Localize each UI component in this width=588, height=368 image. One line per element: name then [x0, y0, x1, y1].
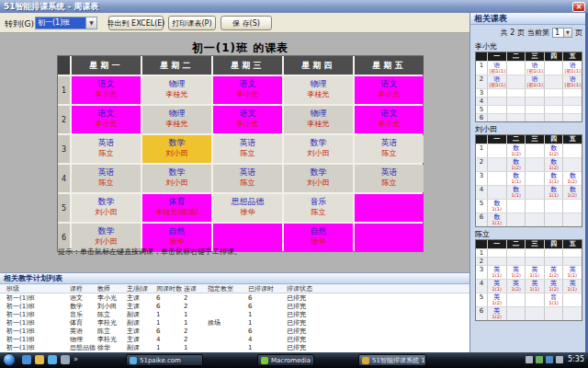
- timetable-cell[interactable]: 数学刘小田: [282, 165, 353, 192]
- plan-column-header: 已排课时: [246, 284, 285, 293]
- quick-launch-icon[interactable]: [48, 355, 57, 364]
- cell-teacher: 李桂光: [284, 120, 353, 128]
- quick-launch-overflow-icon[interactable]: »: [74, 355, 78, 364]
- mini-cell: 英1(1): [562, 280, 582, 293]
- timetable-cell[interactable]: 英语陈立: [70, 165, 141, 192]
- mini-cell: 数1(2): [544, 158, 563, 171]
- timetable-cell[interactable]: 物理李桂光: [141, 76, 211, 104]
- export-excel-button[interactable]: 导出到 EXCEL(E): [108, 16, 164, 30]
- close-icon[interactable]: ×: [572, 2, 585, 12]
- mini-period-number: 6: [476, 307, 487, 320]
- goto-label: 转到(G): [5, 18, 34, 30]
- timetable-cell[interactable]: [353, 224, 424, 251]
- mini-day-header: 五: [562, 52, 582, 61]
- mini-class-ref: [初1(1)]: [527, 69, 543, 74]
- mini-day-header: 三: [525, 240, 544, 248]
- quick-launch-icon[interactable]: [61, 355, 70, 364]
- taskbar-clock: 5:35: [568, 355, 584, 363]
- tray-icon[interactable]: [546, 356, 553, 363]
- mini-class-ref: 1(1): [508, 179, 524, 184]
- mini-period-number: 3: [476, 172, 487, 185]
- chevron-down-icon[interactable]: ▼: [85, 17, 96, 29]
- timetable-cell[interactable]: 物理李桂光: [141, 106, 211, 133]
- timetable-cell[interactable]: 语文李小光: [353, 106, 424, 133]
- plan-column-header: 主/副课: [125, 284, 154, 293]
- tray-icon[interactable]: [526, 356, 533, 363]
- tray-icon[interactable]: [536, 356, 543, 363]
- cell-teacher: 李小光: [355, 90, 424, 98]
- volume-icon[interactable]: [556, 356, 563, 363]
- mini-cell: [525, 307, 544, 320]
- timetable-cell[interactable]: 思想品德徐华: [211, 194, 282, 222]
- timetable-cell[interactable]: 物理李桂光: [282, 106, 353, 133]
- cell-subject: 物理: [284, 109, 353, 118]
- day-header: 星期五: [353, 56, 424, 75]
- plan-table: 班级课程教师主/副课周课时数连课指定教室已排课时排课状态初一(1)班语文李小光主…: [0, 284, 469, 351]
- timetable-cell[interactable]: 体育李桂光(操场): [141, 194, 211, 222]
- mini-cell: [506, 89, 526, 97]
- start-button[interactable]: [3, 353, 16, 366]
- timetable-cell[interactable]: 英语陈立: [211, 165, 282, 192]
- mini-class-ref: 1(1): [508, 193, 524, 198]
- mini-cell: 数1(1): [506, 172, 526, 185]
- mini-cell: [525, 144, 544, 157]
- timetable-cell[interactable]: 英语陈立: [353, 165, 424, 192]
- main-panel: 转到(G) 初一(1)班 ▼ 导出到 EXCEL(E) 打印课表(P) 保 存(…: [0, 13, 469, 352]
- mini-cell: 语[初1(1)]: [562, 75, 582, 88]
- timetable-cell[interactable]: 物理李桂光: [282, 76, 353, 104]
- timetable-cell[interactable]: 英语陈立: [70, 135, 141, 163]
- mini-row: 1语[初1(1)]语[初1(1)]语[初1(1)]: [476, 61, 582, 75]
- timetable-cell[interactable]: 语文李小光: [211, 76, 282, 104]
- timetable-cell[interactable]: 英语陈立: [353, 135, 424, 163]
- plan-cell: 1: [154, 311, 182, 318]
- mini-day-header: 二: [506, 52, 526, 61]
- page-select[interactable]: 1 ▼: [552, 28, 572, 38]
- plan-cell: 1: [182, 311, 206, 318]
- mini-cell: [562, 144, 582, 157]
- mini-cell: [506, 106, 526, 113]
- timetable-cell[interactable]: 语文李小光: [70, 106, 141, 133]
- timetable-cell[interactable]: 语文李小光: [211, 106, 282, 133]
- mini-row: 4数1(1)数1(1)数1(2): [476, 185, 582, 199]
- plan-cell: 1: [154, 344, 182, 351]
- class-select[interactable]: 初一(1)班 ▼: [35, 17, 97, 29]
- mini-row: 6: [476, 113, 582, 121]
- timetable-cell[interactable]: 数学刘小田: [141, 165, 211, 192]
- save-button[interactable]: 保 存(S): [220, 16, 272, 30]
- print-timetable-button[interactable]: 打印课表(P): [168, 16, 216, 30]
- pagination: 共 2 页 当前第 1 ▼ 页: [470, 25, 588, 40]
- plan-row[interactable]: 初一(1)班思想品德徐华副课111已排完: [0, 343, 469, 351]
- cell-subject: 语文: [213, 109, 282, 118]
- mini-day-header: 一: [487, 52, 506, 61]
- mini-cell: [525, 114, 544, 121]
- timetable-row: 4英语陈立数学刘小田英语陈立数学刘小田英语陈立: [58, 163, 423, 192]
- plan-cell: 初一(1)班: [0, 343, 68, 352]
- quick-launch-icon[interactable]: [22, 355, 31, 364]
- timetable-cell[interactable]: 数学刘小田: [282, 135, 353, 163]
- timetable-cell[interactable]: [353, 194, 424, 222]
- mini-class-ref: 1(1): [527, 287, 543, 292]
- mini-class-ref: 1(1): [489, 287, 504, 292]
- cell-subject: 物理: [142, 79, 211, 88]
- quick-launch-icon[interactable]: [35, 355, 44, 364]
- timetable-cell[interactable]: 英语陈立: [211, 135, 282, 163]
- mini-row: 5: [476, 105, 582, 113]
- mini-cell: [525, 172, 544, 185]
- mini-class-ref: 1(2): [508, 287, 524, 292]
- taskbar-window-button[interactable]: 51智能排课系统 1.9...: [358, 354, 426, 366]
- mini-class-ref: 1(1): [489, 273, 504, 278]
- mini-class-ref: 1(1): [546, 179, 561, 184]
- mini-cell: 音1(1): [544, 293, 563, 306]
- chevron-down-icon[interactable]: ▼: [563, 29, 571, 37]
- timetable-cell[interactable]: 数学刘小田: [70, 194, 141, 222]
- timetable-cell[interactable]: 数学刘小田: [141, 135, 211, 163]
- taskbar-window-button[interactable]: Macromedia Drea...: [257, 354, 314, 366]
- teacher-timetable: 一二三四五1语[初1(1)]语[初1(1)]语[初1(1)]2语[初1(1)]语…: [475, 52, 582, 122]
- timetable-cell[interactable]: 自然徐华: [282, 224, 353, 251]
- taskbar-window-button[interactable]: 51paike.com: [126, 354, 203, 366]
- mini-cell: 数1(1): [487, 213, 506, 226]
- timetable-cell[interactable]: 语文李小光: [70, 76, 141, 104]
- cell-subject: 英语: [355, 138, 424, 147]
- timetable-cell[interactable]: 音乐陈立: [282, 194, 353, 222]
- timetable-cell[interactable]: 语文李小光: [353, 76, 424, 104]
